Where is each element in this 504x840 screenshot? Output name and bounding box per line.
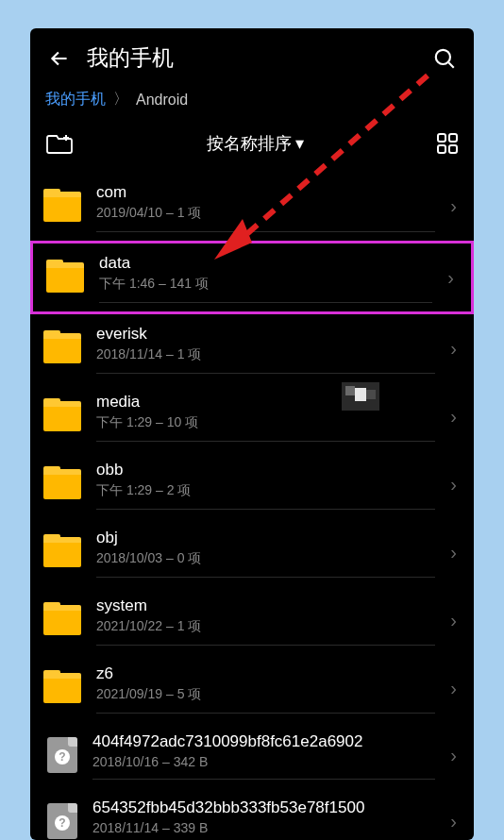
list-item[interactable]: data下午 1:46 – 141 项› [30,241,474,314]
chevron-right-icon: › [450,811,461,832]
item-meta: 2018/10/03 – 0 项 [96,550,435,567]
item-meta: 2018/11/14 – 1 项 [96,346,435,363]
item-name: everisk [96,325,435,344]
item-meta: 下午 1:29 – 10 项 [96,414,435,431]
toolbar: 按名称排序 ▾ [30,123,474,172]
item-name: obj [96,529,435,547]
folder-icon [43,192,81,222]
item-info: com2019/04/10 – 1 项 [96,180,435,232]
item-name: z6 [96,664,435,683]
dropdown-icon: ▾ [295,133,304,154]
folder-icon [43,537,81,567]
list-item[interactable]: com2019/04/10 – 1 项› [30,172,474,241]
list-item[interactable]: 404f4972adc7310099bf8fc61e2a69022018/10/… [30,722,474,788]
chevron-right-icon: › [450,195,461,217]
add-folder-icon[interactable] [45,132,74,155]
svg-rect-2 [449,134,457,142]
item-name: com [96,183,435,202]
folder-icon [43,401,81,431]
sort-dropdown[interactable]: 按名称排序 ▾ [74,132,436,155]
svg-point-0 [436,49,450,63]
item-meta: 2021/09/19 – 5 项 [96,686,435,703]
item-info: everisk2018/11/14 – 1 项 [96,323,435,374]
item-name: 654352fbb45d32bbb333fb53e78f1500 [92,798,435,817]
folder-icon [43,469,81,499]
item-info: z62021/09/19 – 5 项 [96,663,435,714]
file-icon [47,803,77,839]
chevron-right-icon: › [450,542,461,563]
chevron-right-icon: › [450,745,461,766]
chevron-right-icon: › [447,267,458,289]
chevron-right-icon: › [450,610,461,631]
breadcrumb-root[interactable]: 我的手机 [45,90,106,109]
folder-icon [43,605,81,635]
item-info: 654352fbb45d32bbb333fb53e78f15002018/11/… [92,797,435,840]
search-icon[interactable] [432,46,457,71]
file-icon [47,737,77,773]
breadcrumb: 我的手机 〉 Android [30,82,474,123]
item-meta: 2018/11/14 – 339 B [92,820,435,835]
svg-rect-4 [449,145,457,153]
item-meta: 2018/10/16 – 342 B [92,754,435,769]
chevron-right-icon: › [450,678,461,699]
list-item[interactable]: media下午 1:29 – 10 项› [30,382,474,450]
item-meta: 下午 1:29 – 2 项 [96,482,435,499]
list-item[interactable]: everisk2018/11/14 – 1 项› [30,314,474,382]
item-info: obb下午 1:29 – 2 项 [96,459,435,510]
phone-screen: 我的手机 我的手机 〉 Android 按名称排序 ▾ com2019/04/1… [30,28,474,840]
item-info: obj2018/10/03 – 0 项 [96,527,435,578]
list-item[interactable]: 654352fbb45d32bbb333fb53e78f15002018/11/… [30,788,474,840]
list-item[interactable]: obb下午 1:29 – 2 项› [30,450,474,518]
item-name: data [99,254,432,273]
item-meta: 下午 1:46 – 141 项 [99,276,432,293]
folder-icon [46,262,84,293]
item-name: obb [96,461,435,479]
svg-rect-3 [438,145,445,153]
item-info: data下午 1:46 – 141 项 [99,252,432,303]
sort-label: 按名称排序 [207,132,292,155]
chevron-right-icon: › [450,338,461,360]
item-meta: 2019/04/10 – 1 项 [96,205,435,222]
item-info: media下午 1:29 – 10 项 [96,391,435,442]
item-meta: 2021/10/22 – 1 项 [96,618,435,635]
folder-icon [43,333,81,363]
header-bar: 我的手机 [30,28,474,82]
file-list: com2019/04/10 – 1 项›data下午 1:46 – 141 项›… [30,172,474,840]
folder-icon [43,673,81,703]
item-name: 404f4972adc7310099bf8fc61e2a6902 [92,732,435,751]
item-info: system2021/10/22 – 1 项 [96,595,435,646]
chevron-right-icon: › [450,406,461,428]
list-item[interactable]: obj2018/10/03 – 0 项› [30,518,474,586]
item-name: system [96,596,435,615]
page-title: 我的手机 [87,43,417,73]
breadcrumb-current: Android [136,92,188,109]
item-name: media [96,393,435,412]
chevron-right-icon: › [450,474,461,496]
back-icon[interactable] [47,46,72,71]
svg-rect-1 [438,134,445,142]
grid-view-icon[interactable] [436,132,459,155]
list-item[interactable]: system2021/10/22 – 1 项› [30,586,474,654]
item-info: 404f4972adc7310099bf8fc61e2a69022018/10/… [92,731,435,780]
chevron-right-icon: 〉 [113,90,128,109]
list-item[interactable]: z62021/09/19 – 5 项› [30,654,474,722]
